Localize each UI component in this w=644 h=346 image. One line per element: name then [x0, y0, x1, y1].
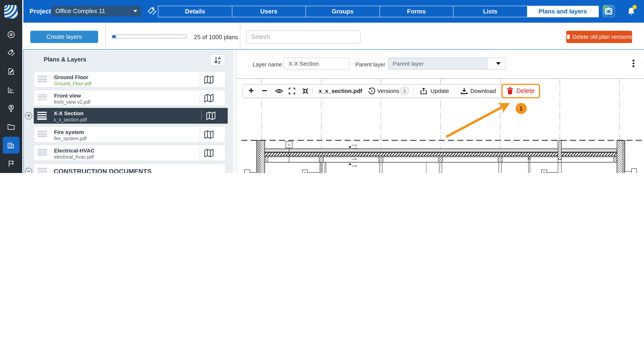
- svg-text:11: 11: [288, 143, 290, 146]
- svg-text:90: 90: [304, 171, 306, 173]
- svg-text:+3.98: +3.98: [352, 158, 357, 160]
- svg-text:90: 90: [543, 171, 545, 173]
- svg-text:Z: Z: [218, 60, 220, 65]
- svg-text:←: ←: [246, 171, 248, 173]
- svg-text:+2.48: +2.48: [352, 165, 357, 167]
- svg-text:+4.35: +4.35: [352, 144, 357, 146]
- svg-text:+4.10: +4.10: [352, 147, 358, 149]
- svg-text:A: A: [218, 56, 221, 60]
